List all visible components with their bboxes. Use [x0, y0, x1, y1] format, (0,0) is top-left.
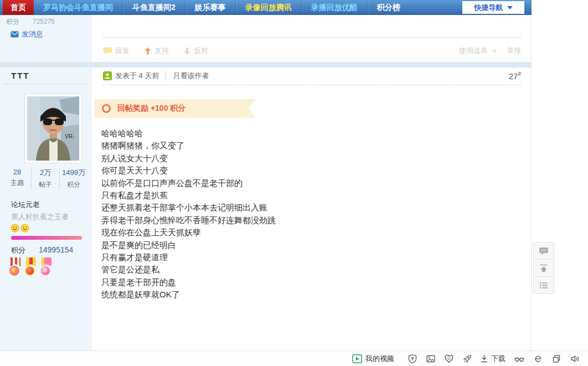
my-video-button[interactable]: 我的视频 [352, 354, 394, 364]
post-line: 现在你在公盘上天天抓妖孽 [101, 226, 514, 239]
post-line: 哈哈哈哈哈 [101, 127, 514, 140]
stat-threads-value: 28 [3, 168, 31, 176]
post-line: 只有私盘才是扒蕉 [101, 189, 514, 202]
nav-tab-score-rank[interactable]: 积分榜 [367, 0, 410, 15]
my-video-label: 我的视频 [365, 354, 394, 364]
user-icon [103, 71, 112, 80]
send-message-label: 发消息 [22, 29, 43, 39]
chat-bubble-icon [103, 47, 112, 55]
post-time: 发表于 4 天前 [115, 71, 159, 81]
sidebar-divider [4, 84, 86, 84]
health-mode-button[interactable] [444, 354, 454, 364]
oppose-label: 反对 [194, 46, 208, 56]
top-navbar: 首页 罗马协会斗鱼直播间 斗鱼直播间2 娱乐赛事 录像回放腾讯 录播回放优酷 积… [0, 0, 532, 15]
medal-icon[interactable] [40, 257, 53, 279]
use-magic-button[interactable]: 使用道具 [459, 46, 497, 56]
nav-tab-replay-youku[interactable]: 录播回放优酷 [301, 0, 367, 15]
nav-tab-replay-tencent[interactable]: 录像回放腾讯 [235, 0, 301, 15]
down-arrow-icon [183, 47, 191, 55]
post-line: 只要是老干部开的盘 [101, 276, 514, 288]
browser-engine-button[interactable] [533, 354, 543, 364]
prev-score-label: 积分 [6, 18, 19, 25]
report-label: 举报 [507, 46, 521, 56]
post-line: 统统都是妖孽就OK了 [101, 288, 514, 301]
post-line: 猪猪啊猪猪，你又变了 [101, 140, 514, 152]
up-arrow-icon [144, 47, 152, 55]
post-line: 只有赢才是硬道理 [101, 251, 514, 264]
use-magic-label: 使用道具 [459, 46, 488, 56]
stat-posts-label: 帖子 [32, 180, 59, 189]
nav-tab-home[interactable]: 首页 [3, 0, 34, 15]
reward-text: 回帖奖励 +100 积分 [117, 104, 185, 114]
score-value: 14995154 [39, 245, 73, 254]
browser-e-icon [533, 354, 543, 364]
user-custom-title: 黑人村扒蕉之王者 [11, 212, 69, 222]
avatar-jacket-text: VR- [65, 133, 74, 140]
reading-mode-button[interactable] [514, 354, 525, 364]
chevron-down-icon [492, 50, 497, 53]
support-button[interactable]: 支持 [144, 46, 169, 56]
screenshot-button[interactable] [426, 354, 436, 364]
post-line: 管它是公还是私 [101, 264, 514, 276]
list-icon [539, 281, 549, 290]
prev-score-value: 725275 [33, 18, 55, 25]
back-to-top-button[interactable] [533, 259, 554, 277]
floating-toolbar [533, 242, 554, 294]
oppose-button[interactable]: 反对 [183, 46, 208, 56]
smiley-icon [11, 224, 19, 233]
avatar[interactable]: VR- [24, 94, 82, 163]
image-icon [426, 354, 436, 364]
support-label: 支持 [154, 46, 169, 56]
shield-icon [408, 354, 417, 364]
rocket-icon [462, 354, 472, 364]
post-line: 还整天抓着老干部掌个小本本去记明细出入账 [101, 202, 514, 214]
stat-credits[interactable]: 1499万 积分 [60, 168, 87, 189]
chevron-down-icon [507, 6, 513, 9]
forum-page: 首页 罗马协会斗鱼直播间 斗鱼直播间2 娱乐赛事 录像回放腾讯 录播回放优酷 积… [0, 0, 588, 366]
post-line: 你可是天天十八变 [101, 164, 514, 177]
stat-credits-label: 积分 [60, 180, 87, 189]
view-author-link[interactable]: 只看该作者 [166, 71, 209, 81]
medal-icon[interactable] [24, 257, 38, 279]
thread-list-button[interactable] [533, 276, 554, 294]
window-icon [551, 354, 561, 364]
author-username[interactable]: TTT [11, 71, 30, 80]
restore-window-button[interactable] [551, 354, 561, 364]
nav-tab-entertainment-events[interactable]: 娱乐赛事 [185, 0, 235, 15]
comment-icon [539, 246, 549, 256]
ad-shield-button[interactable] [408, 354, 417, 364]
medal-icon[interactable] [9, 257, 22, 279]
nav-tab-roma-douyu-room[interactable]: 罗马协会斗鱼直播间 [34, 0, 122, 15]
stat-threads[interactable]: 28 主题 [3, 168, 32, 189]
volume-button[interactable] [570, 354, 580, 364]
report-button[interactable]: 举报 [507, 46, 521, 56]
stat-posts[interactable]: 2万 帖子 [32, 168, 60, 189]
score-progress-bar [11, 236, 82, 240]
post-line: 别人说女大十八变 [101, 152, 514, 164]
thread-board: 积分725275 发消息 TTT VR- [0, 15, 532, 350]
back-to-top-icon [539, 264, 549, 273]
prev-post-actions: 回复 支持 反对 使用道具 [103, 44, 521, 58]
smiley-icon [20, 224, 29, 233]
speed-boost-button[interactable] [462, 354, 472, 364]
floor-number[interactable]: 27# [509, 71, 521, 81]
reply-button[interactable]: 回复 [103, 46, 130, 56]
user-emoticons [11, 224, 29, 233]
quick-nav-label: 快捷导航 [474, 3, 503, 13]
post-separator-band [0, 62, 531, 68]
score-label: 积分 [11, 246, 25, 254]
send-message-link[interactable]: 发消息 [11, 29, 43, 39]
score-row: 积分14995154 [11, 245, 73, 255]
nav-tab-douyu-room2[interactable]: 斗鱼直播间2 [122, 0, 185, 15]
post-line: 是不是爽的已经明白 [101, 239, 514, 251]
comments-button[interactable] [533, 242, 554, 260]
author-stats: 28 主题 2万 帖子 1499万 积分 [3, 168, 87, 189]
download-button[interactable]: 下载 [479, 354, 506, 364]
quick-nav-button[interactable]: 快捷导航 [462, 1, 524, 14]
stat-posts-value: 2万 [32, 168, 59, 178]
post-line: 以前你不是口口声声公盘不是老干部的 [101, 177, 514, 189]
glasses-icon [514, 354, 525, 364]
circle-ring-icon [102, 104, 111, 113]
heart-icon [444, 354, 454, 364]
medals [9, 257, 53, 279]
